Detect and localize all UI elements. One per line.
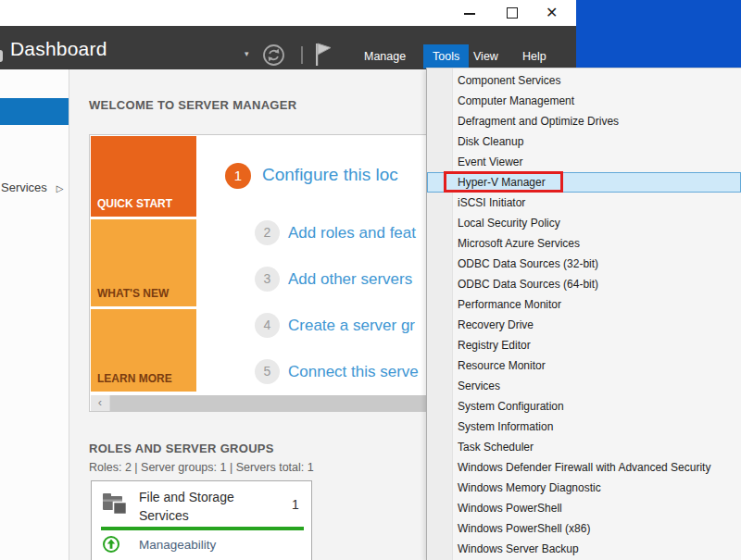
header-separator: [301, 46, 303, 64]
tools-menu-item[interactable]: System Information: [427, 417, 741, 437]
notifications-flag-icon[interactable]: [313, 42, 333, 71]
tools-dropdown-menu: Component ServicesComputer ManagementDef…: [426, 68, 741, 560]
chevron-down-icon[interactable]: ▾: [245, 49, 249, 58]
tools-menu-item[interactable]: ODBC Data Sources (32-bit): [427, 254, 741, 274]
welcome-heading: WELCOME TO SERVER MANAGER: [89, 98, 296, 112]
maximize-icon[interactable]: [507, 7, 518, 19]
tools-menu-item[interactable]: Services: [427, 376, 741, 396]
back-arrow-icon[interactable]: [0, 50, 3, 62]
minimize-icon[interactable]: [464, 13, 475, 15]
tools-menu-item[interactable]: Component Services: [427, 70, 741, 91]
tools-menu-item[interactable]: Computer Management: [427, 91, 741, 111]
tools-menu-item[interactable]: Windows PowerShell (x86): [427, 518, 741, 539]
sidebar-item-file-storage-services[interactable]: Services▷: [1, 180, 64, 194]
menu-manage[interactable]: Manage: [364, 44, 406, 68]
menu-tools[interactable]: Tools: [423, 44, 469, 68]
sidebar-item-label: Services: [1, 180, 47, 194]
tools-menu-item[interactable]: Performance Monitor: [427, 294, 741, 315]
title-bar: ✕: [0, 0, 576, 26]
step-1-badge: 1: [225, 163, 251, 189]
tools-menu-item[interactable]: Windows Defender Firewall with Advanced …: [427, 457, 741, 478]
desktop-background: [576, 0, 741, 68]
tools-menu-item[interactable]: Registry Editor: [427, 335, 741, 355]
step-2-badge: 2: [255, 220, 280, 245]
sidebar-item-dashboard-selected[interactable]: [0, 98, 69, 125]
sidebar: Services▷: [0, 69, 69, 560]
tools-menu-item[interactable]: ODBC Data Sources (64-bit): [427, 274, 741, 294]
step-4-link[interactable]: Create a server gr: [288, 317, 415, 335]
tools-menu-item[interactable]: Microsoft Azure Services: [427, 233, 741, 254]
role-status-rule: [101, 527, 304, 530]
tools-menu-item[interactable]: Windows Memory Diagnostic: [427, 478, 741, 498]
step-3-link[interactable]: Add other servers: [288, 270, 412, 289]
tools-menu-item[interactable]: Disk Cleanup: [427, 131, 741, 152]
tools-menu-item[interactable]: Windows PowerShell: [427, 498, 741, 518]
tools-menu-item[interactable]: Recovery Drive: [427, 315, 741, 335]
whats-new-label: WHAT'S NEW: [97, 287, 169, 300]
tools-menu-item[interactable]: Event Viewer: [427, 152, 741, 172]
file-storage-services-tile[interactable]: File and Storage Services 1 Manageabilit…: [91, 480, 312, 560]
tools-menu-item[interactable]: Resource Monitor: [427, 355, 741, 376]
role-tile-title[interactable]: File and Storage Services: [139, 488, 273, 525]
app-header: Dashboard ▾ Manage Tools View Help: [0, 26, 576, 69]
role-tile-count: 1: [292, 497, 299, 512]
server-manager-window: ✕ Dashboard ▾ Manage Tools View Help: [0, 0, 741, 560]
expand-arrow-icon[interactable]: ▷: [57, 183, 64, 193]
menu-view[interactable]: View: [473, 44, 498, 68]
quick-start-block[interactable]: QUICK START: [91, 136, 196, 217]
hyperv-annotation-red-box: [444, 171, 563, 193]
menu-help[interactable]: Help: [522, 44, 546, 68]
tools-menu-item[interactable]: Defragment and Optimize Drives: [427, 111, 741, 131]
roles-stats: Roles: 2 | Server groups: 1 | Servers to…: [89, 461, 314, 474]
step-2-link[interactable]: Add roles and feat: [288, 224, 416, 243]
refresh-icon[interactable]: [262, 44, 285, 70]
step-1-link[interactable]: Configure this loc: [262, 165, 398, 185]
step-5-badge: 5: [255, 359, 280, 384]
manageability-link[interactable]: Manageability: [139, 538, 216, 552]
learn-more-label: LEARN MORE: [97, 372, 172, 385]
page-title: Dashboard: [10, 38, 107, 60]
step-4-badge: 4: [255, 313, 280, 338]
tools-menu-item[interactable]: iSCSI Initiator: [427, 193, 741, 213]
step-5-link[interactable]: Connect this serve: [288, 363, 419, 381]
tools-menu-item[interactable]: Windows Server Backup: [427, 539, 741, 559]
roles-heading: ROLES AND SERVER GROUPS: [89, 442, 274, 455]
scroll-left-icon[interactable]: ‹: [91, 395, 109, 411]
manageability-up-arrow-icon: [102, 535, 120, 557]
tools-menu-item[interactable]: Task Scheduler: [427, 437, 741, 457]
whats-new-block[interactable]: WHAT'S NEW: [91, 219, 196, 306]
step-3-badge: 3: [255, 267, 280, 292]
file-server-icon: [102, 492, 130, 520]
tools-menu-items: Component ServicesComputer ManagementDef…: [427, 70, 741, 559]
close-icon[interactable]: ✕: [546, 4, 558, 22]
tools-menu-item[interactable]: System Configuration: [427, 396, 741, 417]
learn-more-block[interactable]: LEARN MORE: [91, 309, 196, 392]
quick-start-label: QUICK START: [97, 197, 172, 210]
tools-menu-item[interactable]: Local Security Policy: [427, 213, 741, 233]
